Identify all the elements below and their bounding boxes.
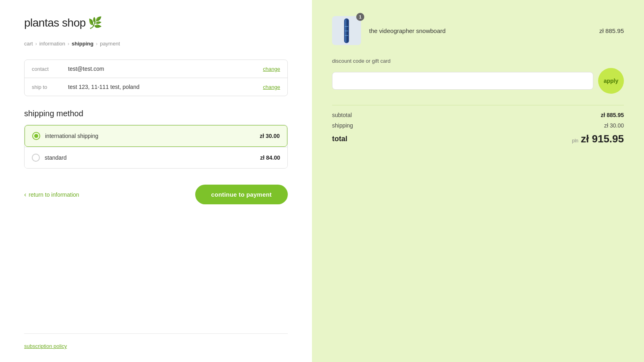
product-badge: 1 xyxy=(356,13,364,21)
back-to-information-link[interactable]: ‹ return to information xyxy=(24,191,79,198)
discount-row: apply xyxy=(332,68,624,94)
breadcrumb-shipping[interactable]: shipping xyxy=(72,41,93,47)
shipping-options: international shipping zł 30.00 standard… xyxy=(24,125,288,169)
ship-to-row: ship to test 123, 11-111 test, poland ch… xyxy=(25,78,287,96)
product-image-wrap: 1 xyxy=(332,16,361,45)
right-panel: 1 the videographer snowboard zł 885.95 d… xyxy=(312,0,644,362)
total-value: zł 915.95 xyxy=(581,133,624,145)
logo: plantas shop 🌿 xyxy=(24,16,288,29)
total-currency: pln xyxy=(572,138,578,144)
breadcrumb-payment[interactable]: payment xyxy=(100,41,120,47)
product-image xyxy=(332,16,361,45)
snowboard-svg xyxy=(336,18,357,44)
continue-to-payment-button[interactable]: continue to payment xyxy=(195,185,288,204)
back-link-label: return to information xyxy=(29,191,79,198)
breadcrumb-information[interactable]: information xyxy=(39,41,65,47)
breadcrumb: cart › information › shipping › payment xyxy=(24,41,288,47)
ship-to-value: test 123, 11-111 test, poland xyxy=(68,84,263,90)
shipping-price-standard: zł 84.00 xyxy=(260,154,280,161)
shipping-name-international: international shipping xyxy=(45,133,260,139)
footer-actions: ‹ return to information continue to paym… xyxy=(24,185,288,204)
shipping-option-international[interactable]: international shipping zł 30.00 xyxy=(25,125,287,147)
breadcrumb-sep-2: › xyxy=(68,41,69,47)
grand-total-row: total pln zł 915.95 xyxy=(332,133,624,145)
apply-button[interactable]: apply xyxy=(598,68,624,94)
shipping-value: zł 30.00 xyxy=(604,122,624,129)
breadcrumb-sep-3: › xyxy=(96,41,97,47)
discount-input[interactable] xyxy=(332,72,593,90)
product-row: 1 the videographer snowboard zł 885.95 xyxy=(332,16,624,45)
subtotal-row: subtotal zł 885.95 xyxy=(332,112,624,118)
radio-standard xyxy=(32,154,40,162)
leaf-icon: 🌿 xyxy=(88,16,102,29)
shipping-row: shipping zł 30.00 xyxy=(332,122,624,129)
info-box: contact test@test.com change ship to tes… xyxy=(24,60,288,96)
contact-label: contact xyxy=(32,66,68,72)
left-panel: plantas shop 🌿 cart › information › ship… xyxy=(0,0,312,362)
shipping-section-title: shipping method xyxy=(24,109,288,118)
discount-label: discount code or gift card xyxy=(332,58,624,64)
shipping-name-standard: standard xyxy=(45,154,260,161)
contact-value: test@test.com xyxy=(68,66,263,72)
breadcrumb-sep-1: › xyxy=(35,41,37,47)
shipping-price-international: zł 30.00 xyxy=(260,133,280,139)
ship-to-change-link[interactable]: change xyxy=(263,84,280,90)
product-name: the videographer snowboard xyxy=(369,27,599,34)
totals: subtotal zł 885.95 shipping zł 30.00 tot… xyxy=(332,105,624,145)
product-price: zł 885.95 xyxy=(599,27,624,34)
shipping-label: shipping xyxy=(332,122,353,129)
breadcrumb-cart[interactable]: cart xyxy=(24,41,33,47)
radio-inner-international xyxy=(34,134,38,138)
grand-total-amount: pln zł 915.95 xyxy=(572,133,624,145)
shipping-option-standard[interactable]: standard zł 84.00 xyxy=(25,147,287,168)
contact-row: contact test@test.com change xyxy=(25,60,287,78)
brand-name: plantas shop xyxy=(24,16,86,29)
ship-to-label: ship to xyxy=(32,84,68,90)
total-label: total xyxy=(332,135,347,143)
chevron-left-icon: ‹ xyxy=(24,191,26,198)
bottom-divider xyxy=(24,333,288,334)
subtotal-value: zł 885.95 xyxy=(601,112,624,118)
contact-change-link[interactable]: change xyxy=(263,66,280,72)
subtotal-label: subtotal xyxy=(332,112,352,118)
subscription-policy-link[interactable]: subscription policy xyxy=(24,343,67,349)
radio-international xyxy=(32,132,40,140)
